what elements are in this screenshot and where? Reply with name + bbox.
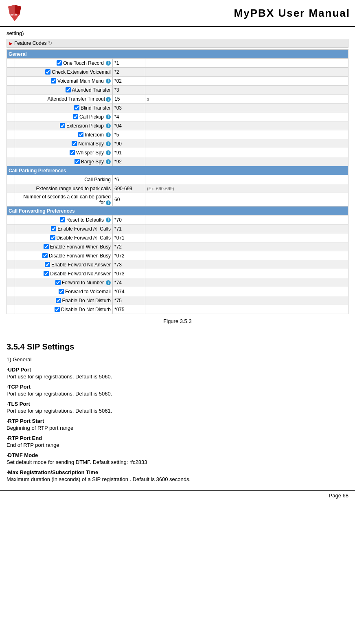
row-value: *04 xyxy=(113,121,145,130)
row-checkbox[interactable] xyxy=(50,235,55,240)
row-label: Check Extension Voicemail xyxy=(15,68,113,77)
table-row: Attended Transfer*3 xyxy=(7,86,348,95)
row-checkbox[interactable] xyxy=(51,226,56,231)
row-checkbox[interactable] xyxy=(59,289,64,294)
row-label-text: Attended Transfer Timeout xyxy=(48,96,105,102)
row-checkbox[interactable] xyxy=(42,253,48,258)
info-icon[interactable]: i xyxy=(106,114,111,119)
row-label: Blind Transfer xyxy=(15,103,113,112)
info-icon[interactable]: i xyxy=(106,141,111,146)
row-checkbox[interactable] xyxy=(73,114,78,119)
page-title: MyPBX User Manual xyxy=(234,7,350,20)
info-icon[interactable]: i xyxy=(106,150,111,155)
sip-item-desc: Beginning of RTP port range xyxy=(7,425,348,431)
row-label: Call Parking xyxy=(15,175,113,184)
row-extra xyxy=(145,242,348,251)
row-checkbox[interactable] xyxy=(57,60,62,66)
info-icon[interactable]: i xyxy=(106,132,111,137)
row-extra xyxy=(145,157,348,166)
table-row: Whisper Spyi*91 xyxy=(7,148,348,157)
row-checkbox[interactable] xyxy=(72,141,77,146)
section-header-general: General xyxy=(7,50,348,59)
row-value: 15 xyxy=(113,95,145,103)
row-checkbox[interactable] xyxy=(60,123,65,128)
section-354: 3.5.4 SIP Settings 1) General ·UDP PortP… xyxy=(0,342,355,482)
row-checkbox[interactable] xyxy=(45,69,50,75)
table-row: Forward to Voicemail*074 xyxy=(7,287,348,296)
row-label: Barge Spyi xyxy=(15,157,113,166)
yeastar-logo: Yeastar xyxy=(5,3,24,23)
refresh-icon[interactable]: ↻ xyxy=(48,40,52,46)
info-icon[interactable]: i xyxy=(106,200,111,205)
row-extra xyxy=(145,278,348,287)
sip-item-desc: End of RTP port range xyxy=(7,442,348,448)
info-icon[interactable]: i xyxy=(106,61,111,66)
row-checkbox[interactable] xyxy=(44,271,49,276)
sip-item-desc: Port use for sip registrations, Default … xyxy=(7,374,348,380)
table-row: Extension Pickupi*04 xyxy=(7,121,348,130)
sip-item-label: ·RTP Port Start xyxy=(7,418,348,424)
info-icon[interactable]: i xyxy=(106,79,111,84)
row-value: *071 xyxy=(113,233,145,242)
row-label: Normal Spyi xyxy=(15,139,113,148)
row-extra xyxy=(145,233,348,242)
row-label-text: Reset to Defaults xyxy=(66,217,104,223)
row-value: *90 xyxy=(113,139,145,148)
info-icon[interactable]: i xyxy=(106,159,111,164)
row-checkbox[interactable] xyxy=(56,298,61,303)
row-value: *02 xyxy=(113,77,145,86)
table-row: Call Parking*6 xyxy=(7,175,348,184)
info-icon[interactable]: i xyxy=(106,123,111,128)
row-label-text: Enable Do Not Disturb xyxy=(62,298,111,303)
row-value: *71 xyxy=(113,224,145,233)
row-label-text: Check Extension Voicemail xyxy=(52,69,111,75)
table-row: Disable Forward When Busy*072 xyxy=(7,251,348,260)
feature-codes-bar[interactable]: ▶ Feature Codes ↻ xyxy=(7,39,348,48)
row-label-text: Intercom xyxy=(85,132,104,138)
row-extra xyxy=(145,269,348,278)
row-value: *072 xyxy=(113,251,145,260)
table-row: Call Pickupi*4 xyxy=(7,112,348,121)
table-row: Voicemail Main Menui*02 xyxy=(7,77,348,86)
row-label: Call Pickupi xyxy=(15,112,113,121)
row-label-text: Number of seconds a call can be parked f… xyxy=(23,194,111,205)
sip-item-label: ·DTMF Mode xyxy=(7,452,348,458)
row-checkbox[interactable] xyxy=(78,132,83,137)
row-label-text: Enable Forward When Busy xyxy=(50,244,111,250)
info-icon[interactable]: i xyxy=(106,218,111,222)
row-extra xyxy=(145,148,348,157)
sip-item-label: ·Max Registration/Subscription Time xyxy=(7,469,348,475)
row-checkbox[interactable] xyxy=(55,307,60,312)
row-value: *074 xyxy=(113,287,145,296)
row-label-text: Disable Do Not Disturb xyxy=(61,307,111,312)
logo-area: Yeastar xyxy=(5,3,24,23)
figure-caption: Figure 3.5.3 xyxy=(7,318,348,324)
body-content: setting) ▶ Feature Codes ↻ GeneralOne To… xyxy=(0,27,355,334)
sip-item-label: ·TCP Port xyxy=(7,384,348,390)
row-checkbox[interactable] xyxy=(70,150,75,155)
row-label: Extension Pickupi xyxy=(15,121,113,130)
table-row: Enable Forward All Calls*71 xyxy=(7,224,348,233)
row-checkbox[interactable] xyxy=(44,244,49,249)
row-label-text: One Touch Record xyxy=(63,60,104,66)
row-value: *6 xyxy=(113,175,145,184)
row-label-text: Attended Transfer xyxy=(72,87,111,93)
row-extra xyxy=(145,260,348,269)
info-icon[interactable]: i xyxy=(106,97,111,102)
row-checkbox[interactable] xyxy=(60,217,65,222)
row-checkbox[interactable] xyxy=(74,105,79,110)
row-label-text: Voicemail Main Menu xyxy=(57,78,104,84)
row-value: *92 xyxy=(113,157,145,166)
row-checkbox[interactable] xyxy=(55,280,61,285)
table-row: Barge Spyi*92 xyxy=(7,157,348,166)
row-checkbox[interactable] xyxy=(45,262,50,267)
row-checkbox[interactable] xyxy=(51,78,56,84)
row-extra xyxy=(145,215,348,224)
row-extra xyxy=(145,139,348,148)
info-icon[interactable]: i xyxy=(106,280,111,285)
row-extra xyxy=(145,193,348,207)
row-checkbox[interactable] xyxy=(75,159,80,164)
row-label-text: Blind Transfer xyxy=(81,105,111,111)
row-checkbox[interactable] xyxy=(66,87,71,92)
section-header-call_parking: Call Parking Preferences xyxy=(7,166,348,175)
